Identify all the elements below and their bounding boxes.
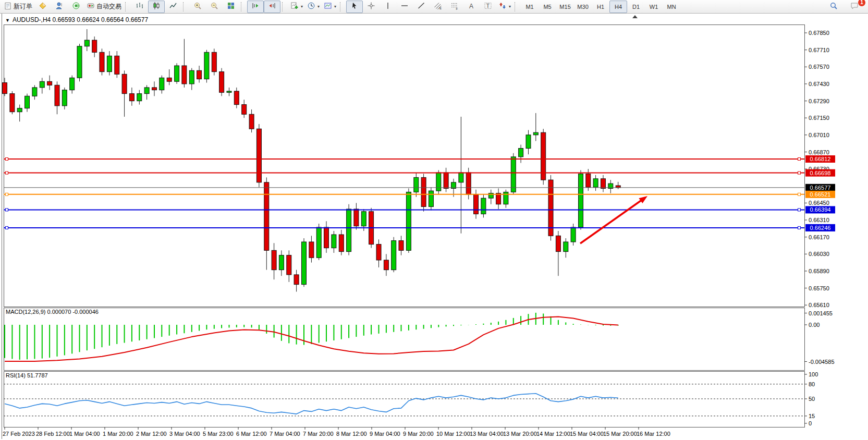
rsi-line: [5, 394, 618, 414]
candle-body: [100, 52, 104, 71]
candle-body: [436, 173, 441, 191]
time-label: 9 Mar 04:00: [370, 431, 400, 437]
price-chip-label: 0.66394: [810, 206, 831, 213]
price-chip-label: 0.66577: [810, 185, 831, 191]
line-handle[interactable]: [798, 158, 801, 161]
time-label: 5 Mar 23:00: [203, 431, 234, 437]
price-tick-label: 0.65610: [809, 302, 829, 308]
svg-text:T: T: [486, 3, 490, 9]
candle-body: [40, 81, 44, 88]
line-handle[interactable]: [798, 226, 801, 229]
new-order-button[interactable]: 新订单: [2, 1, 34, 13]
zoom-out-button[interactable]: [206, 1, 223, 13]
line-chart-button[interactable]: [165, 1, 181, 13]
timeframe-m30-button[interactable]: M30: [574, 1, 592, 13]
chart-title[interactable]: ▼AUDUSD-,H4 0.66593 0.66624 0.66564 0.66…: [5, 16, 148, 23]
candle-body: [115, 56, 119, 74]
line-handle[interactable]: [798, 209, 801, 211]
line-handle[interactable]: [798, 193, 801, 195]
fibonacci-button[interactable]: F: [446, 1, 463, 13]
candle-body: [189, 70, 194, 84]
time-label: 15 Mar 20:00: [603, 431, 637, 437]
periods-button[interactable]: ▾: [305, 1, 322, 13]
notifications-button[interactable]: 1: [846, 1, 863, 13]
cursor-button[interactable]: [346, 1, 363, 13]
tile-windows-button[interactable]: [223, 1, 239, 13]
chart-shift-marker[interactable]: [632, 15, 638, 18]
indicators-button[interactable]: ▾: [288, 1, 305, 13]
candle-body: [182, 66, 187, 84]
candle-body: [474, 194, 479, 214]
candle-body: [556, 236, 560, 251]
bar-chart-button[interactable]: [131, 1, 148, 13]
toolbar-separator: [282, 2, 286, 11]
candle-body: [129, 94, 134, 101]
trendline-icon: [417, 2, 425, 11]
chart-title-text: AUDUSD-,H4 0.66593 0.66624 0.66564 0.665…: [13, 16, 148, 23]
timeframe-w1-button[interactable]: W1: [645, 1, 663, 13]
auto-scroll-button[interactable]: [247, 1, 264, 13]
templates-button[interactable]: ▾: [322, 1, 338, 13]
horizontal-line-button[interactable]: [396, 1, 413, 13]
vertical-line-button[interactable]: [380, 1, 396, 13]
rsi-tick-label: 80: [809, 381, 815, 387]
line-handle[interactable]: [6, 226, 8, 229]
clock-icon: [307, 2, 315, 11]
candle-body: [347, 209, 351, 252]
timeframe-group: M1M5M15M30H1H4D1W1MN: [521, 1, 680, 13]
candle-body: [444, 173, 448, 188]
timeframe-m5-button[interactable]: M5: [539, 1, 556, 13]
cursor-icon: [350, 2, 359, 11]
profiles-button[interactable]: [51, 1, 68, 13]
candle-body: [175, 66, 179, 81]
text-label-button[interactable]: T: [480, 1, 496, 13]
candle-body: [17, 108, 22, 112]
timeframe-mn-button[interactable]: MN: [663, 1, 680, 13]
svg-text:E: E: [439, 7, 442, 10]
price-tick-label: 0.67710: [809, 47, 829, 53]
search-button[interactable]: [825, 1, 842, 13]
bar-chart-icon: [136, 2, 144, 11]
timeframe-h1-button[interactable]: H1: [592, 1, 609, 13]
candle-body: [77, 46, 82, 78]
trendline-button[interactable]: [413, 1, 430, 13]
candle-body: [197, 70, 202, 79]
chart-plot[interactable]: 0.678500.677100.675700.674300.672900.671…: [0, 14, 868, 440]
line-handle[interactable]: [6, 172, 8, 174]
candle-body: [526, 135, 531, 149]
zoom-in-button[interactable]: [189, 1, 206, 13]
new-chart-button[interactable]: [34, 1, 51, 13]
equidistant-channel-button[interactable]: E: [430, 1, 446, 13]
trend-arrow-line[interactable]: [580, 200, 642, 243]
timeframe-h4-button[interactable]: H4: [609, 1, 627, 13]
price-tick-label: 0.66870: [809, 149, 829, 155]
candle-body: [294, 275, 299, 285]
text-button[interactable]: A: [463, 1, 480, 13]
diamond-icon: [39, 2, 47, 11]
zoom-in-icon: [193, 2, 202, 11]
candle-body: [564, 242, 568, 252]
line-handle[interactable]: [798, 172, 801, 174]
candle-body: [466, 173, 471, 194]
timeframe-m15-button[interactable]: M15: [556, 1, 574, 13]
arrows-objects-button[interactable]: ▾: [496, 1, 513, 13]
crosshair-button[interactable]: [363, 1, 380, 13]
timeframe-m1-button[interactable]: M1: [521, 1, 539, 13]
candle-body: [332, 235, 336, 248]
price-tick-label: 0.65750: [809, 285, 829, 291]
chart-shift-button[interactable]: [264, 1, 280, 13]
line-handle[interactable]: [6, 209, 8, 211]
price-tick-label: 0.67850: [809, 30, 829, 36]
candle-body: [459, 173, 463, 182]
candlestick-chart-button[interactable]: [148, 1, 165, 13]
candle-body: [496, 193, 501, 204]
candle-body: [144, 88, 149, 94]
signals-button[interactable]: [68, 1, 84, 13]
timeframe-d1-button[interactable]: D1: [627, 1, 645, 13]
auto-scroll-icon: [251, 2, 260, 11]
line-handle[interactable]: [6, 193, 8, 195]
line-handle[interactable]: [6, 158, 8, 161]
price-chip-label: 0.66812: [810, 156, 831, 162]
indicator-add-icon: [290, 2, 299, 11]
autotrading-button[interactable]: 自动交易: [84, 1, 124, 13]
